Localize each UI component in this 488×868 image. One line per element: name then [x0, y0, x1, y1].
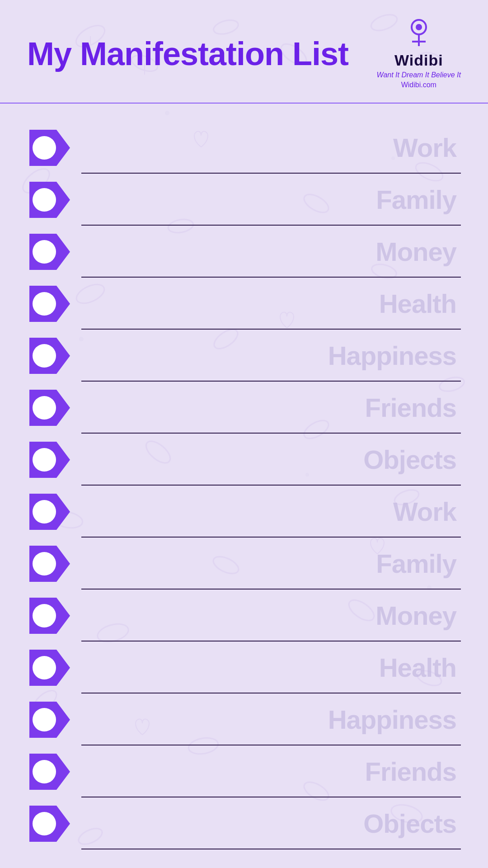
category-label: Friends [365, 392, 457, 423]
brand-name: Widibi [394, 52, 443, 69]
category-label: Happiness [328, 704, 456, 735]
svg-point-45 [33, 240, 56, 264]
svg-point-59 [33, 604, 56, 627]
hex-arrow-icon [27, 229, 72, 274]
list-item: Objects [27, 797, 461, 849]
svg-point-53 [33, 448, 56, 472]
list-item: Health [27, 278, 461, 330]
brand-url: Widibi.com [401, 81, 436, 89]
svg-point-55 [33, 500, 56, 524]
brand-logo-icon [403, 18, 435, 50]
category-label: Work [393, 496, 456, 527]
list-item: Happiness [27, 330, 461, 382]
svg-point-65 [33, 760, 56, 783]
hex-arrow-icon [27, 437, 72, 482]
category-label: Family [376, 184, 456, 215]
category-label: Work [393, 132, 456, 163]
hex-arrow-icon [27, 593, 72, 638]
category-label: Objects [363, 808, 456, 839]
category-label: Objects [363, 444, 456, 475]
list-item: Money [27, 590, 461, 642]
item-divider [81, 849, 461, 849]
svg-point-51 [33, 396, 56, 420]
category-label: Health [379, 652, 456, 683]
hex-arrow-icon [27, 801, 72, 846]
list-item: Friends [27, 382, 461, 434]
hex-arrow-icon [27, 177, 72, 222]
list-item: Work [27, 486, 461, 538]
list-item: Family [27, 538, 461, 590]
list-item: Health [27, 642, 461, 693]
category-label: Money [375, 600, 456, 631]
svg-point-37 [416, 24, 422, 30]
category-label: Money [375, 236, 456, 267]
hex-arrow-icon [27, 333, 72, 378]
svg-point-43 [33, 188, 56, 212]
hex-arrow-icon [27, 489, 72, 534]
svg-point-41 [33, 136, 56, 160]
list-item: Objects [27, 434, 461, 486]
svg-point-61 [33, 656, 56, 679]
hex-arrow-icon [27, 697, 72, 742]
list-item: Happiness [27, 693, 461, 745]
category-label: Friends [365, 756, 457, 787]
list-item: Money [27, 226, 461, 278]
svg-point-49 [33, 344, 56, 368]
hex-arrow-icon [27, 281, 72, 326]
hex-arrow-icon [27, 541, 72, 586]
header: My Manifestation List Widibi Want It Dre… [0, 0, 488, 104]
brand-section: Widibi Want It Dream It Believe It Widib… [377, 18, 461, 89]
svg-point-47 [33, 292, 56, 316]
list-item: Work [27, 122, 461, 174]
hex-arrow-icon [27, 645, 72, 690]
hex-arrow-icon [27, 749, 72, 794]
category-label: Health [379, 288, 456, 319]
svg-point-57 [33, 552, 56, 576]
page-title: My Manifestation List [27, 35, 348, 72]
list-item: Family [27, 174, 461, 226]
svg-point-63 [33, 708, 56, 731]
svg-point-67 [33, 812, 56, 835]
manifestation-list: Work Family Money [0, 104, 488, 868]
brand-tagline: Want It Dream It Believe It [377, 71, 461, 79]
list-item: Friends [27, 745, 461, 797]
category-label: Family [376, 548, 456, 579]
hex-arrow-icon [27, 385, 72, 430]
hex-arrow-icon [27, 125, 72, 170]
category-label: Happiness [328, 340, 456, 371]
